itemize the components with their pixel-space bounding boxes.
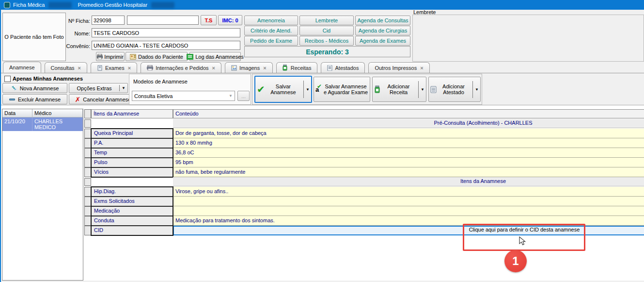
tab-anamnese[interactable]: Anamnese <box>3 62 41 73</box>
tab-imagens[interactable]: Imagens × <box>225 62 273 73</box>
item-label-vicios[interactable]: Vícios <box>91 167 173 177</box>
window-title: Promedico Gestão Hospitalar <box>78 2 147 8</box>
imprimir-label: Imprimir <box>104 54 124 60</box>
chevron-down-icon[interactable]: ▼ <box>475 87 479 92</box>
row-selector[interactable] <box>84 167 91 177</box>
salvar-aguardar-button[interactable]: a ✔ Salvar Anamnese e Aguardar Exame <box>314 77 370 102</box>
apenas-minhas-checkbox[interactable] <box>4 76 11 82</box>
item-label-queixa[interactable]: Queixa Principal <box>91 129 173 138</box>
chevron-down-icon[interactable]: ▼ <box>122 86 126 90</box>
item-label-hipdiag[interactable]: Hip.Diag. <box>91 187 173 197</box>
tab-outros-impressos[interactable]: Outros Impressos × <box>368 62 429 73</box>
row-selector[interactable] <box>84 197 91 206</box>
item-value-exms[interactable] <box>173 197 644 206</box>
close-icon[interactable]: × <box>263 65 266 71</box>
amenorreia-button[interactable]: Amenorreia <box>244 16 298 25</box>
row-selector[interactable] <box>84 119 91 128</box>
row-selector[interactable] <box>84 178 91 186</box>
grid-col-conteudo-header[interactable]: Conteúdo <box>173 109 644 118</box>
combo-arrow-icon[interactable]: ▼ <box>229 94 233 98</box>
item-label-temp[interactable]: Temp <box>91 148 173 158</box>
agenda-exames-button[interactable]: Agenda de Exames <box>355 36 410 46</box>
adicionar-receita-button[interactable]: Adicionar Receita ▼ <box>372 77 426 102</box>
item-value-pulso[interactable]: 95 bpm <box>173 158 644 167</box>
opcoes-extras-button[interactable]: Opções Extras ▼ <box>69 83 128 93</box>
recibos-medicos-button[interactable]: Recibos - Médicos <box>299 36 354 46</box>
row-selector[interactable] <box>84 129 91 138</box>
cid-tooltip-text[interactable]: Clique aqui para definir o CID desta ana… <box>464 227 585 232</box>
excluir-anamnese-button[interactable]: Excluir Anamnese <box>2 94 67 104</box>
history-cell-medico: CHARLLES MEDICO <box>32 117 83 131</box>
history-row-selected[interactable]: 21/10/20 CHARLLES MEDICO <box>2 117 83 131</box>
printer-icon <box>97 54 103 59</box>
grid-col-items-header[interactable]: Ítens da Anamnese <box>91 109 173 118</box>
item-label-cid[interactable]: CID <box>91 226 173 235</box>
close-icon[interactable]: × <box>212 65 215 71</box>
item-value-vicios[interactable]: não fuma, bebe regularmente <box>173 167 644 177</box>
item-label-pa[interactable]: P.A. <box>91 138 173 148</box>
document-icon <box>327 65 332 71</box>
patient-card-icon <box>130 54 136 60</box>
tab-atestados[interactable]: Atestados <box>321 62 365 73</box>
history-col-medico[interactable]: Médico <box>32 109 83 117</box>
item-value-pa[interactable]: 130 x 80 mmhg <box>173 138 644 148</box>
tab-consultas[interactable]: Consultas × <box>45 62 87 73</box>
tab-internacoes-pedidos[interactable]: Internações e Pedidos × <box>141 62 221 73</box>
cancelar-anamnese-button[interactable]: ✗ Cancelar Anamnese <box>69 94 137 104</box>
row-selector[interactable] <box>84 216 91 226</box>
nova-anamnese-button[interactable]: Nova Anamnese <box>2 83 67 93</box>
item-value-medicacao[interactable] <box>173 206 644 216</box>
modelos-combobox[interactable]: Consulta Eletiva ▼ <box>132 91 235 101</box>
agenda-consultas-button[interactable]: Agenda de Consultas <box>355 16 410 25</box>
log-anamneses-button[interactable]: Log das Anamneses <box>189 52 241 61</box>
tab-label: Anamnese <box>9 65 35 70</box>
ficha-extra-input[interactable] <box>127 16 199 25</box>
close-icon[interactable]: × <box>78 65 81 71</box>
row-selector[interactable] <box>84 148 91 158</box>
pedido-exame-button[interactable]: Pedido de Exame <box>244 36 298 46</box>
convenio-label: Convênio: <box>57 43 90 49</box>
chevron-down-icon[interactable]: ▼ <box>306 87 310 92</box>
item-value-queixa[interactable]: Dor de garganta, tosse, dor de cabeça <box>173 129 644 138</box>
tab-receitas[interactable]: Receitas <box>276 62 318 73</box>
convenio-input[interactable] <box>92 41 240 50</box>
item-label-conduta[interactable]: Conduta <box>91 216 173 226</box>
modelos-selected-value: Consulta Eletiva <box>134 93 229 99</box>
agenda-cirurgias-button[interactable]: Agenda de Cirurgias <box>355 26 410 35</box>
close-icon[interactable]: × <box>420 65 423 71</box>
imprimir-button[interactable]: Imprimir <box>96 52 125 61</box>
nome-input[interactable] <box>92 28 240 37</box>
row-selector[interactable] <box>84 187 91 197</box>
ts-button[interactable]: T.S <box>201 15 217 25</box>
lembrete-button[interactable]: Lembrete <box>299 16 354 25</box>
item-value-temp[interactable]: 36,8 oC <box>173 148 644 158</box>
row-selector[interactable] <box>84 226 91 235</box>
medicine-bottle-icon <box>283 65 288 71</box>
row-selector[interactable] <box>84 158 91 167</box>
dados-paciente-button[interactable]: Dados do Paciente <box>126 52 188 61</box>
cancelar-anamnese-label: Cancelar Anamnese <box>83 97 131 102</box>
item-label-exms[interactable]: Exms Solicitados <box>91 197 173 206</box>
adicionar-atestado-button[interactable]: Adicionar Atestado ▼ <box>428 77 481 102</box>
criterio-atend-button[interactable]: Critério de Atend. <box>244 26 298 35</box>
apenas-minhas-label: Apenas Minhas Anamneses <box>13 76 83 82</box>
salvar-anamnese-button[interactable]: ✔ Salvar Anamnese ▼ <box>254 76 312 103</box>
lembrete-group-box <box>412 15 644 62</box>
cid-button[interactable]: Cid <box>299 26 354 35</box>
ficha-input[interactable] <box>92 16 125 25</box>
imc-button[interactable]: IMC: 0 <box>218 15 242 25</box>
item-label-medicacao[interactable]: Medicação <box>91 206 173 216</box>
chevron-down-icon[interactable]: ▼ <box>421 87 424 92</box>
item-label-pulso[interactable]: Pulso <box>91 158 173 167</box>
history-col-data[interactable]: Data <box>2 109 32 117</box>
item-value-hipdiag[interactable]: Virose, gripe ou afins.. <box>173 187 644 197</box>
modelos-more-button[interactable]: ... <box>237 91 250 101</box>
title-bar: Ficha Médica Promedico Gestão Hospitalar <box>1 0 644 10</box>
tab-exames[interactable]: Exames × <box>91 62 137 73</box>
nova-anamnese-label: Nova Anamnese <box>20 85 59 91</box>
row-selector[interactable] <box>84 138 91 148</box>
close-icon[interactable]: × <box>128 65 131 71</box>
log-icon <box>187 54 193 60</box>
row-selector[interactable] <box>84 206 91 216</box>
split-separator <box>472 81 473 98</box>
